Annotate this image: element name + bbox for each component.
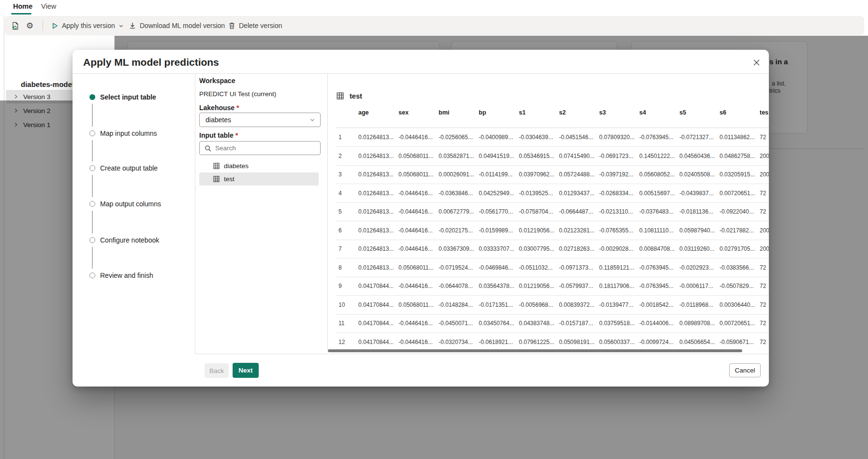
lakehouse-label: Lakehouse * (199, 104, 239, 112)
download-ml-model-version-button[interactable]: Download ML model version (129, 16, 225, 35)
table-cell: 0.01264813... (358, 227, 398, 234)
step-label: Review and finish (100, 272, 153, 279)
column-header-s6: s6 (720, 109, 760, 116)
preview-table-title-text: test (350, 92, 362, 100)
table-cell: -0.0383566... (720, 264, 760, 271)
table-cell: -0.0006117... (679, 283, 720, 289)
column-header-tes: tes (760, 109, 769, 116)
workspace-value: PREDICT UI Test (current) (199, 90, 276, 98)
table-cell: 0.04170844... (358, 320, 398, 327)
table-cell: 0.07809320... (599, 134, 639, 141)
search-input[interactable] (215, 144, 316, 152)
table-cell: -0.0268334... (599, 190, 639, 197)
column-header-s2: s2 (559, 109, 599, 116)
row-number: 4 (338, 190, 358, 197)
table-cell: 0.00515697... (639, 190, 679, 197)
chevron-right-icon (14, 94, 18, 99)
table-cell: -0.0763945... (639, 283, 679, 289)
table-cell: 0.04170844... (358, 283, 398, 289)
preview-header-row: agesexbmibps1s2s3s4s5s6tes (328, 104, 769, 121)
step-label: Map output columns (100, 200, 161, 208)
tab-home[interactable]: Home (13, 2, 32, 10)
table-cell: 0.01264813... (358, 190, 398, 197)
table-cell: 72 (760, 264, 769, 271)
close-dialog-button[interactable] (750, 56, 763, 69)
table-cell: 0.01219056... (519, 283, 559, 289)
delete-version-button[interactable]: Delete version (228, 16, 282, 35)
table-cell: -0.0202175... (439, 227, 479, 234)
table-cell: -0.0446416... (398, 227, 439, 234)
table-cell: 72 (760, 301, 769, 308)
table-cell: -0.0691723... (599, 153, 639, 159)
table-cell: -0.0439837... (679, 190, 720, 197)
table-cell: -0.0446416... (398, 283, 439, 289)
table-cell: 0.07961225... (519, 339, 559, 345)
lakehouse-dropdown[interactable]: diabetes (199, 113, 321, 127)
active-tab-underline (11, 13, 31, 14)
horizontal-scrollbar-thumb[interactable] (328, 349, 742, 352)
table-cell: -0.0618921... (479, 339, 519, 345)
delete-version-label: Delete version (239, 22, 282, 29)
table-cell: -0.0397192... (599, 171, 639, 178)
table-cell: 0.05068011... (398, 153, 439, 159)
table-cell: 0.00884708... (639, 245, 679, 252)
table-cell: -0.0320734... (439, 339, 479, 345)
table-cell: 0.00720651... (720, 320, 760, 327)
table-cell: -0.0376483... (639, 208, 679, 215)
table-cell: -0.0139477... (599, 301, 639, 308)
table-cell: 0.05068011... (398, 301, 439, 308)
table-cell: -0.0181136... (679, 208, 720, 215)
row-number: 9 (338, 283, 358, 289)
step-connector (92, 140, 93, 161)
next-button[interactable]: Next (233, 363, 259, 378)
settings-button[interactable]: ⚙︎ (26, 16, 33, 35)
table-row: 90.04170844...-0.0446416...-0.0644078...… (328, 277, 769, 296)
apply-this-version-button[interactable]: Apply this version (51, 16, 124, 35)
table-cell: 0.14501222... (639, 153, 679, 159)
table-row: 50.01264813...-0.0446416...0.00672779...… (328, 202, 769, 221)
step-connector (92, 175, 93, 197)
table-cell: -0.0971373... (559, 264, 599, 271)
table-cell: -0.0304639... (519, 134, 559, 141)
table-icon (213, 175, 220, 183)
table-cell: 72 (760, 208, 769, 215)
table-cell: 0.00672779... (439, 208, 479, 215)
table-cell: -0.0114199... (479, 171, 519, 178)
row-number: 12 (338, 339, 358, 345)
column-header-sex: sex (398, 109, 439, 116)
table-cell: 0.04170844... (358, 301, 398, 308)
table-cell: 0.05068011... (398, 171, 439, 178)
toolbar-divider (43, 20, 43, 31)
row-number: 8 (338, 264, 358, 271)
column-header-s5: s5 (679, 109, 720, 116)
stepper-column-divider (195, 74, 195, 354)
step-connector (92, 104, 93, 127)
refresh-model-file-button[interactable] (11, 16, 20, 35)
tree-item-diabetes[interactable]: diabetes (199, 159, 319, 172)
cancel-button[interactable]: Cancel (729, 363, 761, 377)
table-cell: -0.0719524... (439, 264, 479, 271)
tree-item-label: diabetes (224, 162, 249, 170)
table-cell: 0.03367309... (439, 245, 479, 252)
tab-view[interactable]: View (41, 2, 56, 10)
tree-item-test[interactable]: test (199, 172, 319, 186)
step-indicator-current (89, 94, 95, 100)
back-button[interactable]: Back (205, 363, 229, 378)
table-cell: -0.0029028... (599, 245, 639, 252)
table-row: 120.04170844...-0.0446416...-0.0320734..… (328, 333, 769, 346)
step-label: Configure notebook (100, 236, 159, 244)
close-icon (753, 59, 760, 66)
table-cell: -0.0446416... (398, 190, 439, 197)
input-table-label-text: Input table (199, 131, 234, 139)
table-cell: 0.18117906... (599, 283, 639, 289)
required-asterisk: * (236, 104, 239, 112)
table-cell: 0.02123281... (559, 227, 599, 234)
download-ml-model-version-label: Download ML model version (140, 22, 225, 29)
table-cell: -0.0118968... (679, 301, 720, 308)
table-cell: -0.0099724... (639, 339, 679, 345)
table-cell: -0.0758704... (519, 208, 559, 215)
lakehouse-label-text: Lakehouse (199, 104, 235, 112)
table-cell: -0.0763945... (639, 264, 679, 271)
table-cell: 0.05600337... (599, 339, 639, 345)
table-cell: -0.0763945... (639, 134, 679, 141)
